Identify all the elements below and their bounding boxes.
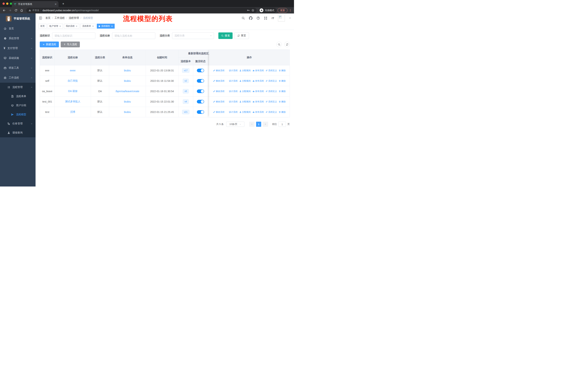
sidebar-toggle-icon[interactable] <box>38 16 42 20</box>
sidebar-item[interactable]: 基础设施 <box>0 53 36 63</box>
process-name-link[interactable]: 滔博 <box>70 110 75 114</box>
op-thumb-link[interactable]: 发布流程 <box>252 80 264 82</box>
process-name-link[interactable]: 测试多审批人 <box>65 100 80 103</box>
sidebar-item[interactable]: 流程管理 <box>0 83 36 92</box>
filter-category-select[interactable]: 流程分类 <box>172 32 214 39</box>
browser-menu-icon[interactable] <box>289 8 292 13</box>
process-name-link[interactable]: eeee <box>70 69 75 72</box>
sidebar-item[interactable]: 流程模型 <box>0 110 36 119</box>
op-trash-link[interactable]: 删除 <box>279 80 286 82</box>
sidebar-item[interactable]: 用户分组 <box>0 101 36 110</box>
sidebar-item[interactable]: 研发工具 <box>0 63 36 73</box>
op-trash-link[interactable]: 删除 <box>279 90 286 93</box>
sidebar-item[interactable]: 工作流程 <box>0 73 36 83</box>
active-toggle[interactable] <box>197 90 204 93</box>
op-paperclip-link[interactable]: 流程定义 <box>266 111 277 114</box>
avatar-caret-down-icon[interactable] <box>289 17 291 19</box>
fullscreen-icon[interactable] <box>264 16 267 20</box>
op-pencil-link[interactable]: 修改流程 <box>213 90 225 93</box>
op-paperclip-link[interactable]: 流程定义 <box>266 69 277 72</box>
form-info-link[interactable]: /bpm/oa/leave/create <box>116 90 139 93</box>
import-process-button[interactable]: 导入流程 <box>61 41 80 47</box>
op-user-small-link[interactable]: 分配规则 <box>239 100 251 103</box>
op-user-small-link[interactable]: 分配规则 <box>239 90 251 93</box>
active-toggle[interactable] <box>197 100 204 103</box>
browser-tab[interactable]: 芋道管理系统 ✕ <box>12 1 59 7</box>
show-search-button[interactable] <box>276 42 282 47</box>
active-toggle[interactable] <box>197 110 204 114</box>
op-trash-link[interactable]: 删除 <box>279 69 286 72</box>
tag-close-icon[interactable]: ✕ <box>76 25 77 28</box>
op-gear-small-link[interactable]: 设计流程 <box>226 90 238 93</box>
reload-button[interactable] <box>13 8 18 13</box>
next-page-button[interactable] <box>263 122 268 127</box>
op-thumb-link[interactable]: 发布流程 <box>252 100 264 103</box>
header-search-icon[interactable] <box>242 16 245 20</box>
op-trash-link[interactable]: 删除 <box>279 100 286 103</box>
search-button[interactable]: 搜索 <box>218 32 232 39</box>
user-avatar[interactable] <box>278 15 285 21</box>
tag-view[interactable]: 租户管理✕ <box>48 24 63 29</box>
op-pencil-link[interactable]: 修改流程 <box>213 100 225 103</box>
github-icon[interactable] <box>249 16 252 20</box>
op-trash-link[interactable]: 删除 <box>279 111 286 114</box>
op-gear-small-link[interactable]: 设计流程 <box>226 80 238 82</box>
tab-close-icon[interactable]: ✕ <box>54 3 57 6</box>
prev-page-button[interactable] <box>249 122 255 127</box>
sidebar-item[interactable]: 首页 <box>0 24 36 33</box>
tag-close-icon[interactable]: ✕ <box>111 25 113 28</box>
form-info-link[interactable]: biubiu <box>124 80 131 82</box>
reset-button[interactable]: 重置 <box>234 32 249 39</box>
sidebar-item[interactable]: 流程表单 <box>0 92 36 101</box>
form-info-link[interactable]: biubiu <box>124 111 131 113</box>
tag-close-icon[interactable]: ✕ <box>92 25 94 28</box>
op-thumb-link[interactable]: 发布流程 <box>252 69 264 72</box>
op-pencil-link[interactable]: 修改流程 <box>213 69 225 72</box>
create-process-button[interactable]: 新建流程 <box>40 41 59 47</box>
refresh-table-button[interactable] <box>284 42 290 47</box>
close-window-button[interactable] <box>2 2 5 5</box>
sidebar-item[interactable]: 请假查询 <box>0 128 36 137</box>
goto-page-input[interactable] <box>278 122 286 127</box>
key-icon[interactable] <box>247 9 250 12</box>
sidebar-item[interactable]: 系统管理 <box>0 33 36 43</box>
op-gear-small-link[interactable]: 设计流程 <box>226 100 238 103</box>
filter-id-input[interactable] <box>52 32 95 39</box>
breadcrumb-item[interactable]: 首页 <box>45 16 51 20</box>
sidebar-item[interactable]: 任务管理 <box>0 119 36 128</box>
op-pencil-link[interactable]: 修改流程 <box>213 80 225 82</box>
breadcrumb-item[interactable]: 流程管理 <box>69 16 79 20</box>
tag-view[interactable]: 流程表单✕ <box>80 24 96 29</box>
home-button[interactable] <box>19 8 24 13</box>
op-thumb-link[interactable]: 发布流程 <box>252 111 264 114</box>
minimize-window-button[interactable] <box>6 2 8 5</box>
op-paperclip-link[interactable]: 流程定义 <box>266 100 277 103</box>
forward-button[interactable] <box>8 8 12 13</box>
app-logo[interactable]: 芋道管理系统 <box>0 13 36 24</box>
op-gear-small-link[interactable]: 设计流程 <box>226 111 238 114</box>
form-info-link[interactable]: biubiu <box>124 69 131 72</box>
process-name-link[interactable]: OA 请假 <box>68 90 77 93</box>
tag-close-icon[interactable]: ✕ <box>59 25 61 28</box>
process-name-link[interactable]: 自己审批 <box>68 79 78 82</box>
back-button[interactable] <box>2 8 7 13</box>
op-pencil-link[interactable]: 修改流程 <box>213 111 225 114</box>
op-user-small-link[interactable]: 分配规则 <box>239 80 251 82</box>
help-icon[interactable] <box>256 16 260 20</box>
page-size-select[interactable]: 10条/页 <box>226 122 244 127</box>
op-paperclip-link[interactable]: 流程定义 <box>266 80 277 82</box>
op-user-small-link[interactable]: 分配规则 <box>239 69 251 72</box>
browser-update-button[interactable]: 更新 <box>278 8 287 13</box>
form-info-link[interactable]: biubiu <box>124 100 131 103</box>
new-tab-button[interactable]: + <box>61 1 66 6</box>
op-paperclip-link[interactable]: 流程定义 <box>266 90 277 93</box>
active-toggle[interactable] <box>197 69 204 72</box>
filter-name-input[interactable] <box>112 32 155 39</box>
breadcrumb-item[interactable]: 工作流程 <box>54 16 65 20</box>
security-label[interactable]: 不安全 <box>32 9 39 12</box>
page-number-button[interactable]: 1 <box>256 122 261 127</box>
address-bar[interactable]: 不安全 dashboard.yudao.iocoder.cn/bpm/manag… <box>26 8 257 13</box>
active-toggle[interactable] <box>197 79 204 83</box>
bookmark-star-icon[interactable] <box>251 9 254 12</box>
op-thumb-link[interactable]: 发布流程 <box>252 90 264 93</box>
